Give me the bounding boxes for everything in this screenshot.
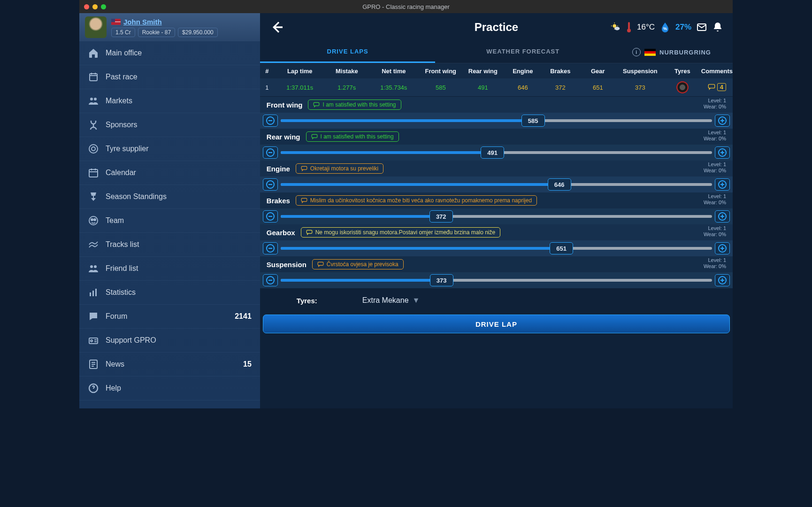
- increment-button[interactable]: [715, 242, 730, 254]
- sidebar-item-support-gpro[interactable]: Support GPRO: [79, 329, 260, 353]
- setting-name: Front wing: [267, 101, 303, 109]
- flag-de-icon: [644, 49, 656, 56]
- svg-rect-12: [92, 291, 94, 296]
- nav-icon: [88, 191, 99, 202]
- svg-rect-38: [301, 198, 307, 201]
- svg-text:%: %: [663, 26, 667, 31]
- cell-comments[interactable]: 4: [701, 83, 733, 92]
- tab-drive-laps[interactable]: DRIVE LAPS: [260, 41, 436, 63]
- nav-icon: [88, 119, 99, 131]
- sidebar-item-label: Sponsors: [106, 121, 138, 129]
- nav-icon: [88, 359, 99, 370]
- slider-track[interactable]: 646: [281, 183, 712, 186]
- sidebar-item-label: Tyre supplier: [106, 145, 149, 153]
- increment-button[interactable]: [715, 210, 730, 223]
- decrement-button[interactable]: [263, 242, 278, 254]
- cell-engine: 646: [504, 84, 542, 91]
- cell-gear: 651: [579, 84, 617, 91]
- sidebar-item-news[interactable]: News15: [79, 353, 260, 376]
- svg-rect-32: [312, 134, 317, 138]
- slider-track[interactable]: 651: [281, 247, 712, 250]
- decrement-button[interactable]: [263, 146, 278, 159]
- chip-credits: 1.5 Cr: [111, 28, 135, 37]
- sidebar-item-label: Help: [106, 384, 121, 392]
- temperature-value: 16°C: [637, 23, 655, 32]
- setting-meta: Level: 1Wear: 0%: [704, 257, 726, 269]
- nav-icon: [88, 311, 99, 322]
- sidebar-item-main-office[interactable]: Main office: [79, 41, 260, 65]
- feedback-text: Mislim da učinkovitost kočnica može biti…: [310, 197, 532, 204]
- col-frontwing: Front wing: [420, 68, 462, 75]
- slider-track[interactable]: 491: [281, 151, 712, 154]
- comment-icon: [317, 261, 324, 267]
- setting-meta: Level: 1Wear: 0%: [704, 130, 726, 142]
- mail-icon[interactable]: [696, 22, 707, 33]
- cell-rw: 491: [462, 84, 504, 91]
- sidebar-item-label: Tracks list: [106, 240, 139, 249]
- info-icon: i: [632, 48, 641, 56]
- bell-icon[interactable]: [712, 22, 723, 33]
- slider-track[interactable]: 585: [281, 119, 712, 122]
- thermometer-icon: [626, 22, 632, 33]
- nav-icon: [88, 95, 99, 107]
- sidebar-item-help[interactable]: Help: [79, 376, 260, 400]
- nav-icon: [88, 215, 99, 226]
- increment-button[interactable]: [715, 274, 730, 286]
- window-title: GPRO - Classic racing manager: [79, 3, 733, 10]
- sidebar-item-past-race[interactable]: Past race: [79, 65, 260, 89]
- decrement-button[interactable]: [263, 210, 278, 223]
- sidebar-item-markets[interactable]: Markets: [79, 89, 260, 113]
- svg-point-1: [90, 98, 93, 100]
- nav-icon: [88, 47, 99, 59]
- cell-fw: 585: [420, 84, 462, 91]
- sidebar-item-calendar[interactable]: Calendar: [79, 161, 260, 185]
- svg-rect-41: [306, 230, 312, 233]
- setting-name: Engine: [267, 165, 290, 173]
- slider-thumb[interactable]: 651: [550, 242, 573, 254]
- svg-rect-35: [301, 166, 307, 169]
- sidebar-item-label: Calendar: [106, 169, 136, 177]
- increment-button[interactable]: [715, 146, 730, 159]
- slider-thumb[interactable]: 585: [521, 115, 545, 127]
- decrement-button[interactable]: [263, 178, 278, 191]
- col-brakes: Brakes: [542, 68, 579, 75]
- tyres-row: Tyres: Extra Mekane ▼: [260, 288, 733, 313]
- increment-button[interactable]: [715, 115, 730, 127]
- sidebar-item-forum[interactable]: Forum2141: [79, 305, 260, 329]
- nav-icon: [88, 263, 99, 274]
- decrement-button[interactable]: [263, 274, 278, 286]
- sidebar-item-label: Main office: [106, 49, 142, 57]
- svg-point-9: [90, 265, 93, 268]
- slider-thumb[interactable]: 491: [481, 146, 504, 159]
- feedback-text: Ne mogu iskoristiti snagu motora.Postavi…: [315, 229, 496, 236]
- tab-weather-forecast[interactable]: WEATHER FORECAST: [435, 41, 611, 63]
- weather-icon: [611, 22, 621, 32]
- profile-name[interactable]: John Smith: [123, 18, 162, 26]
- sidebar-item-tyre-supplier[interactable]: Tyre supplier: [79, 137, 260, 161]
- sidebar-item-team[interactable]: Team: [79, 209, 260, 233]
- sidebar-item-friend-list[interactable]: Friend list: [79, 257, 260, 281]
- track-info[interactable]: i NURBURGRING: [611, 41, 733, 63]
- slider-track[interactable]: 373: [281, 279, 712, 282]
- header: Practice 16°C % 27%: [260, 13, 733, 41]
- decrement-button[interactable]: [263, 115, 278, 127]
- sidebar-item-sponsors[interactable]: Sponsors: [79, 113, 260, 137]
- chevron-down-icon: ▼: [413, 296, 420, 305]
- sidebar-item-season-standings[interactable]: Season Standings: [79, 185, 260, 209]
- comment-icon: [306, 230, 313, 235]
- profile-card[interactable]: John Smith 1.5 Cr Rookie - 87 $29.950.00…: [79, 13, 260, 41]
- slider-thumb[interactable]: 372: [429, 210, 453, 223]
- tyres-select[interactable]: Extra Mekane ▼: [354, 288, 733, 313]
- sidebar-item-tracks-list[interactable]: Tracks list: [79, 233, 260, 257]
- cell-nettime: 1:35.734s: [368, 84, 420, 91]
- sidebar-item-label: Forum: [106, 312, 127, 321]
- table-header: # Lap time Mistake Net time Front wing R…: [260, 63, 733, 78]
- slider-thumb[interactable]: 373: [430, 274, 453, 286]
- increment-button[interactable]: [715, 178, 730, 191]
- nav-badge: 15: [243, 360, 252, 369]
- table-row[interactable]: 1 1:37.011s 1.277s 1:35.734s 585 491 646…: [260, 78, 733, 97]
- slider-thumb[interactable]: 646: [548, 178, 571, 191]
- slider-track[interactable]: 372: [281, 215, 712, 218]
- drive-lap-button[interactable]: DRIVE LAP: [263, 315, 730, 333]
- sidebar-item-statistics[interactable]: Statistics: [79, 281, 260, 305]
